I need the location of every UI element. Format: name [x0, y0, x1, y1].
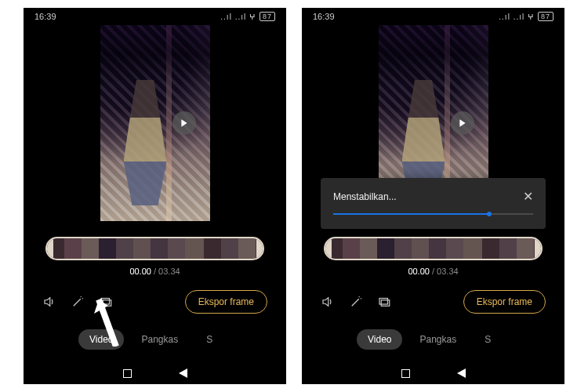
- video-preview[interactable]: [100, 25, 210, 221]
- android-nav-bar: [24, 362, 286, 384]
- tab-video[interactable]: Video: [357, 329, 402, 350]
- tab-more[interactable]: S: [195, 329, 223, 350]
- time-readout: 00.00 / 03.34: [324, 267, 543, 276]
- video-preview-area: Menstabilkan... ✕: [302, 25, 564, 229]
- dialog-title: Menstabilkan...: [333, 191, 397, 202]
- tab-crop[interactable]: Pangkas: [408, 329, 467, 350]
- signal-icon: ..ıl ..ıl ⵖ: [499, 13, 535, 21]
- video-preview-area: [24, 25, 286, 229]
- status-icons-right: ..ıl ..ıl ⵖ 87: [499, 12, 554, 21]
- stabilize-wand-icon[interactable]: [349, 295, 363, 309]
- nav-recent-icon[interactable]: [401, 369, 410, 378]
- close-icon[interactable]: ✕: [523, 189, 533, 204]
- time-total: 03.34: [158, 267, 180, 276]
- tab-crop[interactable]: Pangkas: [130, 329, 189, 350]
- nav-back-icon[interactable]: [457, 368, 466, 378]
- android-nav-bar: [302, 362, 564, 384]
- filmstrip-trimmer[interactable]: [45, 237, 264, 260]
- tool-row: Ekspor frame: [24, 279, 286, 318]
- status-bar: 16:39 ..ıl ..ıl ⵖ 87: [24, 8, 286, 25]
- timeline: 00.00 / 03.34: [302, 229, 564, 279]
- svg-rect-3: [381, 300, 390, 307]
- tab-more[interactable]: S: [474, 329, 502, 350]
- phone-editor-left: 16:39 ..ıl ..ıl ⵖ 87 00.00 / 03.34 Ekspo…: [24, 8, 286, 384]
- time-total: 03.34: [437, 267, 459, 276]
- edit-tabs: Video Pangkas S: [302, 318, 564, 354]
- edit-tabs: Video Pangkas S: [24, 318, 286, 354]
- progress-bar: [333, 213, 533, 215]
- play-button[interactable]: [451, 111, 474, 135]
- status-time: 16:39: [313, 12, 335, 21]
- time-current: 00.00: [408, 267, 430, 276]
- svg-rect-1: [103, 300, 111, 307]
- status-bar: 16:39 ..ıl ..ıl ⵖ 87: [302, 8, 564, 25]
- time-current: 00.00: [129, 267, 151, 276]
- filmstrip-trimmer[interactable]: [324, 237, 543, 260]
- svg-rect-0: [101, 299, 110, 305]
- export-frame-button[interactable]: Ekspor frame: [185, 290, 267, 314]
- mute-icon[interactable]: [42, 295, 56, 309]
- play-button[interactable]: [172, 111, 196, 135]
- svg-rect-2: [379, 299, 388, 305]
- nav-recent-icon[interactable]: [123, 369, 132, 378]
- progress-fill: [333, 213, 489, 215]
- frame-icon[interactable]: [377, 295, 391, 309]
- stabilizing-dialog: Menstabilkan... ✕: [321, 178, 546, 229]
- status-time: 16:39: [34, 12, 56, 21]
- tab-video[interactable]: Video: [78, 329, 124, 350]
- nav-back-icon[interactable]: [179, 368, 187, 378]
- phone-editor-right: 16:39 ..ıl ..ıl ⵖ 87 Menstabilkan... ✕ 0…: [302, 8, 564, 384]
- timeline: 00.00 / 03.34: [24, 229, 286, 279]
- signal-icon: ..ıl ..ıl ⵖ: [220, 13, 256, 21]
- battery-level: 87: [260, 12, 275, 21]
- mute-icon[interactable]: [321, 295, 335, 309]
- battery-level: 87: [538, 12, 554, 21]
- time-readout: 00.00 / 03.34: [45, 267, 264, 276]
- status-icons-right: ..ıl ..ıl ⵖ 87: [220, 12, 275, 21]
- frame-icon[interactable]: [99, 295, 113, 309]
- export-frame-button[interactable]: Ekspor frame: [463, 290, 546, 314]
- tool-row: Ekspor frame: [302, 279, 564, 318]
- stabilize-wand-icon[interactable]: [71, 295, 85, 309]
